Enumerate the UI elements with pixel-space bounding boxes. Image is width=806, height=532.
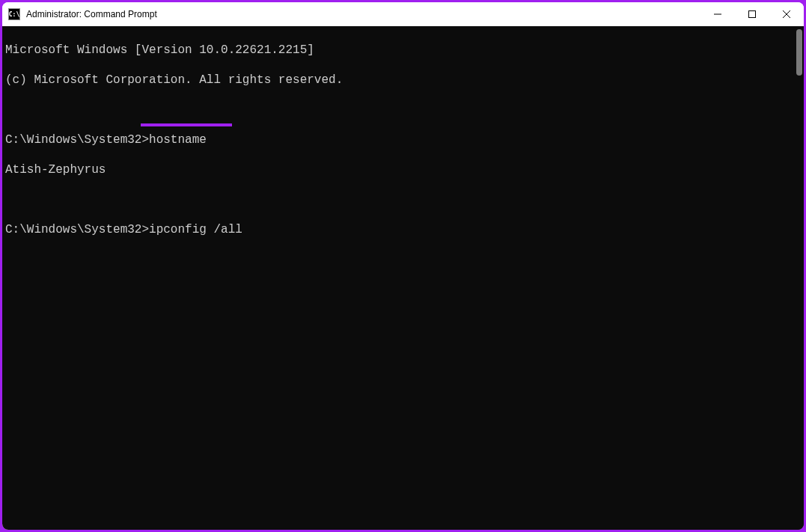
terminal-line: Atish-Zephyrus: [5, 162, 789, 177]
terminal-area: Microsoft Windows [Version 10.0.22621.22…: [2, 26, 804, 530]
maximize-button[interactable]: [735, 2, 769, 26]
close-button[interactable]: [769, 2, 804, 26]
command-prompt-window: C:\ Administrator: Command Prompt Micros…: [2, 2, 804, 530]
minimize-button[interactable]: [700, 2, 735, 26]
terminal-line: (c) Microsoft Corporation. All rights re…: [5, 73, 789, 88]
vertical-scrollbar[interactable]: [792, 26, 804, 530]
svg-rect-1: [749, 11, 756, 18]
terminal-line: [5, 103, 789, 117]
terminal-line: C:\Windows\System32>ipconfig /all: [5, 222, 789, 237]
terminal-line: Microsoft Windows [Version 10.0.22621.22…: [5, 43, 789, 58]
terminal-line: C:\Windows\System32>hostname: [5, 132, 789, 147]
command-highlight: [141, 123, 232, 126]
terminal-output[interactable]: Microsoft Windows [Version 10.0.22621.22…: [2, 26, 792, 530]
cmd-icon: C:\: [8, 8, 20, 20]
window-controls: [700, 2, 804, 26]
terminal-line: [5, 192, 789, 207]
titlebar[interactable]: C:\ Administrator: Command Prompt: [2, 2, 804, 26]
scrollbar-thumb[interactable]: [796, 29, 802, 76]
window-title: Administrator: Command Prompt: [26, 9, 157, 19]
